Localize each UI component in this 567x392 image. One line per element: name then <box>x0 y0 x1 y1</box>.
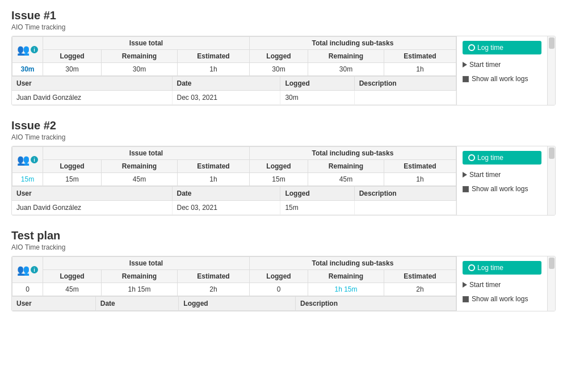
tracking-actions: Log time Start timer Show all work logs <box>456 146 547 215</box>
val-logged: 30m <box>12 63 43 76</box>
person-icon: 👥 <box>17 264 30 276</box>
start-timer-button[interactable]: Start timer <box>463 168 541 182</box>
tracking-actions: Log time Start timer Show all work logs <box>456 256 547 311</box>
val-sub-logged: 30m <box>249 63 308 76</box>
log-user: Juan David González <box>12 201 172 215</box>
tracking-box: 👥 i Issue total Total including sub-task… <box>11 36 556 106</box>
subtasks-total-header: Total including sub-tasks <box>249 37 456 50</box>
tracking-main: 👥 i Issue total Total including sub-task… <box>12 146 456 215</box>
val-remaining: 15m <box>43 173 102 186</box>
tracking-main: 👥 i Issue total Total including sub-task… <box>12 36 456 105</box>
val-sub-logged: 0 <box>249 283 308 296</box>
log-logged: 30m <box>280 91 354 105</box>
user-icon: 👥 i <box>17 154 38 166</box>
tracking-table: 👥 i Issue total Total including sub-task… <box>12 256 456 296</box>
col-sub-estimated: Estimated <box>384 50 456 63</box>
col-sub-estimated: Estimated <box>384 160 456 173</box>
clock-icon <box>468 44 475 51</box>
val-est-right: 1h <box>177 63 249 76</box>
user-icon: 👥 i <box>17 44 38 56</box>
log-time-button[interactable]: Log time <box>463 261 541 275</box>
val-est-right: 1h <box>177 173 249 186</box>
col-estimated: Estimated <box>177 50 249 63</box>
col-sub-logged: Logged <box>249 50 308 63</box>
log-header-date: Date <box>95 297 179 311</box>
col-remaining: Remaining <box>102 270 178 283</box>
info-icon[interactable]: i <box>31 46 38 53</box>
issue-section-issue-2: Issue #2 AIO Time tracking 👥 i <box>11 119 556 216</box>
issue-subtitle: AIO Time tracking <box>11 23 556 31</box>
info-icon[interactable]: i <box>31 266 38 273</box>
col-estimated: Estimated <box>177 160 249 173</box>
log-header-description: Description <box>354 187 456 201</box>
subtasks-total-header: Total including sub-tasks <box>249 257 456 270</box>
tracking-table: 👥 i Issue total Total including sub-task… <box>12 36 456 76</box>
scrollbar-thumb[interactable] <box>549 147 555 159</box>
issue-subtitle: AIO Time tracking <box>11 133 556 141</box>
val-sub-estimated: 2h <box>384 283 456 296</box>
log-header-logged: Logged <box>179 297 296 311</box>
scrollbar[interactable] <box>547 256 555 311</box>
val-sub-remaining: 1h 15m <box>308 283 384 296</box>
play-icon <box>463 62 467 68</box>
col-remaining: Remaining <box>102 50 178 63</box>
val-sub-logged: 15m <box>249 173 308 186</box>
user-icon-header: 👥 i <box>12 257 43 283</box>
val-sub-estimated: 1h <box>384 173 456 186</box>
user-icon: 👥 i <box>17 264 38 276</box>
scrollbar[interactable] <box>547 146 555 215</box>
log-table: User Date Logged Description <box>12 296 456 311</box>
log-date: Dec 03, 2021 <box>172 201 280 215</box>
col-sub-remaining: Remaining <box>308 270 384 283</box>
clock-icon <box>468 264 475 271</box>
col-sub-remaining: Remaining <box>308 160 384 173</box>
val-logged: 15m <box>12 173 43 186</box>
checkbox-icon <box>463 76 469 82</box>
scrollbar[interactable] <box>547 36 555 105</box>
log-header-logged: Logged <box>280 77 354 91</box>
scrollbar-thumb[interactable] <box>549 258 555 269</box>
user-icon-header: 👥 i <box>12 37 43 63</box>
show-all-worklogs[interactable]: Show all work logs <box>463 295 541 303</box>
tracking-values-row: 15m 15m 45m 1h 15m 45m 1h <box>12 173 456 186</box>
start-timer-button[interactable]: Start timer <box>463 58 541 71</box>
tracking-table: 👥 i Issue total Total including sub-task… <box>12 146 456 186</box>
subtasks-total-header: Total including sub-tasks <box>249 147 456 160</box>
clock-icon <box>468 154 475 161</box>
person-icon: 👥 <box>17 44 30 56</box>
log-header-date: Date <box>172 77 280 91</box>
issue-total-header: Issue total <box>43 257 250 270</box>
log-row: Juan David González Dec 03, 2021 30m <box>12 91 456 105</box>
log-time-button[interactable]: Log time <box>463 151 541 165</box>
tracking-box: 👥 i Issue total Total including sub-task… <box>11 256 556 311</box>
tracking-box: 👥 i Issue total Total including sub-task… <box>11 146 556 216</box>
play-icon <box>463 172 467 178</box>
log-header-user: User <box>12 297 95 311</box>
show-all-worklogs[interactable]: Show all work logs <box>463 75 541 83</box>
info-icon[interactable]: i <box>31 156 38 163</box>
col-sub-estimated: Estimated <box>384 270 456 283</box>
scrollbar-thumb[interactable] <box>549 37 555 49</box>
log-table: User Date Logged Description Juan David … <box>12 186 456 215</box>
issue-section-issue-1: Issue #1 AIO Time tracking 👥 i <box>11 9 556 106</box>
col-estimated: Estimated <box>177 270 249 283</box>
val-est-right: 2h <box>177 283 249 296</box>
start-timer-button[interactable]: Start timer <box>463 278 541 292</box>
issue-total-header: Issue total <box>43 147 250 160</box>
log-header-description: Description <box>354 77 456 91</box>
issue-title: Issue #1 <box>11 9 556 22</box>
log-logged: 15m <box>280 201 354 215</box>
log-table: User Date Logged Description Juan David … <box>12 76 456 105</box>
val-estimated: 1h 15m <box>102 283 178 296</box>
col-logged: Logged <box>43 160 102 173</box>
val-sub-estimated: 1h <box>384 63 456 76</box>
col-logged: Logged <box>43 50 102 63</box>
show-all-worklogs[interactable]: Show all work logs <box>463 185 541 193</box>
val-sub-remaining: 30m <box>308 63 384 76</box>
col-remaining: Remaining <box>102 160 178 173</box>
checkbox-icon <box>463 296 469 302</box>
col-sub-logged: Logged <box>249 270 308 283</box>
log-time-button[interactable]: Log time <box>463 41 541 54</box>
issue-subtitle: AIO Time tracking <box>11 243 556 251</box>
issue-total-header: Issue total <box>43 37 250 50</box>
